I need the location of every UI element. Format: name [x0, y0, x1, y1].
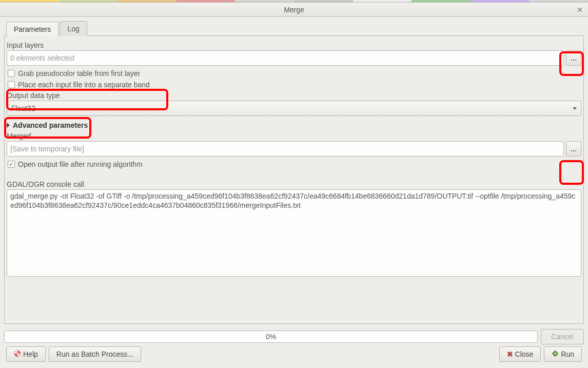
input-layers-row: …	[7, 50, 581, 66]
close-button[interactable]: ✖ Close	[499, 346, 541, 362]
pseudocolor-checkbox-label: Grab pseudocolor table from first layer	[18, 69, 140, 78]
open-output-checkbox-row[interactable]: Open output file after running algorithm	[7, 160, 581, 168]
help-button[interactable]: Help	[6, 346, 46, 362]
parameters-pane: Input layers … Grab pseudocolor table fr…	[4, 35, 584, 324]
merged-row: …	[7, 141, 581, 157]
svg-rect-5	[555, 356, 556, 357]
open-output-checkbox-label: Open output file after running algorithm	[18, 160, 143, 168]
input-layers-field[interactable]	[7, 50, 564, 66]
merged-label: Merged	[7, 132, 580, 140]
form-region: Input layers … Grab pseudocolor table fr…	[5, 40, 583, 277]
gear-run-icon	[552, 350, 559, 359]
triangle-right-icon	[7, 123, 10, 128]
merged-output-field[interactable]	[7, 141, 564, 157]
svg-point-1	[16, 352, 19, 355]
window-close-button[interactable]: ✕	[575, 5, 585, 15]
close-icon: ✖	[507, 350, 513, 358]
open-output-checkbox[interactable]	[8, 161, 15, 168]
advanced-parameters-label: Advanced parameters	[13, 121, 88, 129]
progress-text: 0%	[266, 333, 276, 341]
run-button-label: Run	[561, 350, 574, 358]
tab-strip: Parameters Log	[6, 21, 584, 36]
console-call-label: GDAL/OGR console call	[7, 180, 580, 188]
output-data-type-label: Output data type	[7, 91, 580, 100]
window-title: Merge	[284, 6, 304, 14]
input-layers-label: Input layers	[7, 41, 580, 49]
merged-browse-button[interactable]: …	[566, 141, 581, 157]
pseudocolor-checkbox-row[interactable]: Grab pseudocolor table from first layer	[7, 69, 581, 78]
separate-band-checkbox-row[interactable]: Place each input file into a separate ba…	[7, 81, 581, 89]
title-bar: Merge ✕	[0, 3, 588, 17]
button-bar: Help Run as Batch Process... ✖ Close	[4, 344, 584, 364]
help-button-label: Help	[23, 350, 38, 358]
dialog-content: Parameters Log Input layers … Grab pseud…	[0, 17, 588, 368]
tab-log[interactable]: Log	[60, 21, 87, 36]
progress-bar: 0%	[4, 331, 538, 343]
output-data-type-row: Float32	[7, 101, 581, 116]
separate-band-checkbox-label: Place each input file into a separate ba…	[18, 81, 150, 89]
run-batch-button[interactable]: Run as Batch Process...	[49, 346, 141, 362]
chevron-down-icon	[573, 107, 577, 110]
lifebuoy-icon	[14, 350, 21, 359]
close-button-label: Close	[515, 350, 534, 358]
output-data-type-select[interactable]: Float32	[7, 101, 581, 116]
cancel-button: Cancel	[541, 329, 584, 344]
svg-rect-4	[555, 350, 556, 351]
separate-band-checkbox[interactable]	[8, 81, 15, 88]
svg-rect-7	[558, 353, 559, 354]
output-data-type-value: Float32	[11, 104, 35, 112]
advanced-parameters-toggle[interactable]: Advanced parameters	[7, 121, 581, 129]
svg-point-3	[555, 353, 557, 355]
dialog-window: Merge ✕ Parameters Log Input layers … Gr…	[0, 2, 588, 368]
console-call-text[interactable]: gdal_merge.py -ot Float32 -of GTiff -o /…	[7, 189, 581, 277]
svg-rect-6	[552, 353, 553, 354]
pseudocolor-checkbox[interactable]	[8, 70, 15, 77]
run-button[interactable]: Run	[544, 346, 582, 362]
progress-row: 0% Cancel	[4, 329, 584, 344]
tab-parameters[interactable]: Parameters	[6, 22, 58, 36]
input-layers-browse-button[interactable]: …	[566, 50, 581, 66]
